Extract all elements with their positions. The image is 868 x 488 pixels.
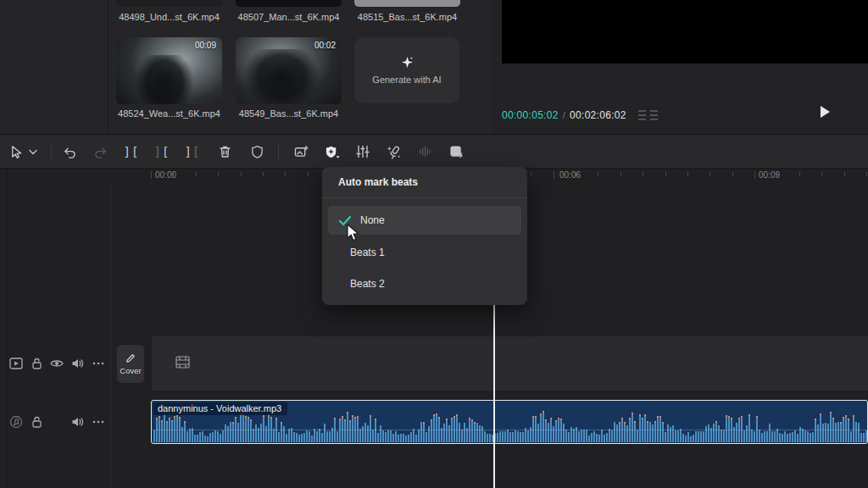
pencil-icon	[125, 352, 136, 363]
undo-button[interactable]	[58, 140, 81, 164]
chevron-down-icon	[29, 149, 37, 155]
cover-label: Cover	[120, 366, 141, 375]
lock-icon[interactable]	[29, 356, 44, 371]
add-frame-button[interactable]	[289, 140, 313, 164]
media-filename: 48524_Wea...st_6K.mp4	[115, 108, 223, 119]
auto-mark-beats-icon	[325, 145, 340, 159]
delete-right-button[interactable]: ][	[181, 140, 204, 164]
sticker-face-icon	[449, 145, 464, 158]
menu-title: Auto mark beats	[338, 176, 418, 188]
sliders-icon	[356, 145, 370, 158]
cover-button[interactable]: Cover	[117, 345, 144, 383]
add-frame-icon	[294, 145, 309, 158]
film-strip-icon	[175, 356, 190, 369]
menu-option-label: Beats 1	[350, 247, 385, 258]
auto-mark-beats-button[interactable]	[320, 140, 344, 164]
delete-left-button[interactable]: ][	[150, 140, 174, 164]
timecode-separator: /	[563, 110, 565, 120]
media-sidebar	[0, 0, 108, 134]
split-right-icon: ][	[185, 145, 201, 158]
play-button[interactable]	[819, 105, 831, 119]
preview-panel: 00:00:05:02 / 00:02:06:02	[493, 0, 868, 135]
redo-icon	[93, 146, 108, 158]
audio-beats-button[interactable]	[413, 140, 437, 164]
undo-icon	[63, 146, 77, 158]
mask-shield-icon	[251, 145, 264, 158]
speaker-icon[interactable]	[70, 356, 85, 371]
trash-icon	[219, 145, 231, 158]
media-thumbnail-partial-3[interactable]	[354, 0, 460, 7]
preview-controls: 00:00:05:02 / 00:02:06:02	[502, 107, 868, 124]
total-timecode: 00:02:06:02	[570, 109, 626, 121]
media-thumbnail-video[interactable]: 00:02	[236, 37, 342, 104]
speaker-icon[interactable]	[70, 414, 85, 430]
media-thumbnail-partial-1[interactable]	[116, 0, 222, 7]
video-track-type-icon	[8, 356, 24, 371]
video-still	[244, 49, 319, 104]
toolbar-divider	[51, 143, 52, 160]
more-options-icon[interactable]	[91, 414, 106, 430]
delete-button[interactable]	[213, 140, 236, 164]
timeline-left-edge	[7, 169, 8, 488]
preview-video-area[interactable]	[502, 0, 868, 64]
preview-layout-icons[interactable]	[638, 110, 658, 120]
audio-clip-label: dannyminus - Voidwalker.mp3	[153, 402, 287, 415]
generate-with-ai-label: Generate with AI	[372, 75, 441, 85]
split-icon: ][	[124, 145, 140, 158]
current-timecode: 00:00:05:02	[502, 109, 559, 121]
media-filename: 48549_Bas...st_6K.mp4	[235, 108, 342, 119]
redo-button[interactable]	[88, 140, 112, 164]
menu-option-beats-2[interactable]: Beats 2	[328, 269, 521, 298]
sticker-face-button[interactable]	[444, 140, 468, 164]
ruler-label: 00:09	[759, 170, 780, 180]
media-filename: 48498_Und...st_6K.mp4	[115, 12, 223, 22]
eye-icon[interactable]	[49, 356, 64, 371]
audio-clip[interactable]: dannyminus - Voidwalker.mp3	[151, 400, 868, 444]
menu-option-label: None	[360, 214, 385, 226]
media-filename: 48515_Bas...st_6K.mp4	[353, 12, 461, 22]
ruler-label: 00:00	[155, 170, 176, 180]
waveform-midline	[152, 430, 867, 430]
split-button[interactable]: ][	[120, 140, 143, 164]
track-header-divider	[110, 185, 111, 488]
menu-option-beats-1[interactable]: Beats 1	[328, 238, 521, 267]
split-left-icon: ][	[154, 145, 170, 158]
audio-track-type-icon	[8, 414, 24, 430]
mask-button[interactable]	[245, 140, 269, 164]
more-options-icon[interactable]	[91, 356, 106, 371]
sparkle-icon	[401, 56, 414, 69]
lock-icon[interactable]	[29, 414, 44, 430]
mouse-cursor	[346, 224, 359, 242]
media-filename: 48507_Man...st_6K.mp4	[235, 12, 342, 22]
media-thumbnail-video[interactable]: 00:09	[116, 37, 222, 104]
play-icon	[819, 105, 831, 119]
select-tool-dropdown[interactable]	[25, 140, 41, 164]
audio-waveform-icon	[418, 145, 432, 158]
cursor-icon	[8, 145, 23, 159]
media-library-panel: 48498_Und...st_6K.mp4 48507_Man...st_6K.…	[0, 0, 493, 135]
timeline-toolbar: ][ ][ ][	[0, 135, 868, 169]
video-track[interactable]	[152, 336, 868, 391]
duration-badge: 00:02	[314, 41, 336, 50]
select-tool-button[interactable]	[3, 140, 27, 164]
list-view-icon[interactable]	[650, 110, 658, 120]
media-thumbnail-partial-2[interactable]	[236, 0, 342, 7]
duration-badge: 00:09	[195, 41, 216, 50]
magic-microphone-icon	[387, 145, 401, 159]
video-still	[136, 55, 194, 104]
ruler-label: 00:06	[559, 170, 581, 180]
menu-option-label: Beats 2	[350, 278, 385, 290]
ai-voice-button[interactable]	[381, 140, 405, 164]
list-view-icon[interactable]	[638, 110, 646, 120]
adjust-button[interactable]	[351, 140, 375, 164]
toolbar-divider	[278, 143, 279, 160]
menu-divider	[322, 197, 527, 198]
generate-with-ai-card[interactable]: Generate with AI	[354, 37, 459, 103]
